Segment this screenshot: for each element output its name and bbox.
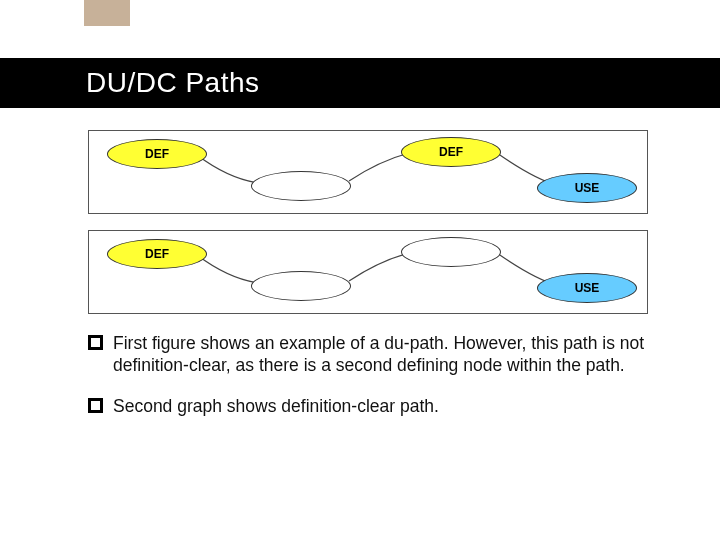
node-label: DEF [145,147,169,161]
node-label: USE [575,181,600,195]
def-node-1: DEF [107,139,207,169]
diagram-dc-path: DEF USE [88,230,648,314]
content-area: DEF DEF USE DEF USE First figure shows a… [88,130,648,435]
accent-block [84,0,130,26]
node-label: USE [575,281,600,295]
blank-node-2 [251,271,351,301]
square-bullet-icon [88,335,103,350]
list-item: Second graph shows definition-clear path… [88,395,648,417]
node-label: DEF [145,247,169,261]
blank-node-1 [251,171,351,201]
diagram-du-path: DEF DEF USE [88,130,648,214]
node-label: DEF [439,145,463,159]
def-node-2: DEF [401,137,501,167]
bullet-text: Second graph shows definition-clear path… [113,395,648,417]
use-node-1: USE [537,173,637,203]
bullet-text: First figure shows an example of a du-pa… [113,332,648,377]
square-bullet-icon [88,398,103,413]
bullet-list: First figure shows an example of a du-pa… [88,332,648,417]
blank-node-3 [401,237,501,267]
use-node-2: USE [537,273,637,303]
title-bar: DU/DC Paths [0,58,720,108]
list-item: First figure shows an example of a du-pa… [88,332,648,377]
page-title: DU/DC Paths [86,67,260,99]
def-node-3: DEF [107,239,207,269]
